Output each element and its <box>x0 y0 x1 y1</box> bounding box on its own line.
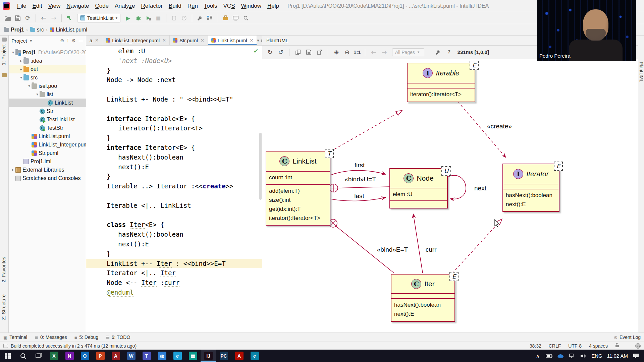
taskbar-app-access[interactable]: A <box>108 350 123 362</box>
toolwindow-0-messages[interactable]: ≡0: Messages <box>35 335 67 340</box>
taskbar-app-powerpoint[interactable]: P <box>93 350 108 362</box>
taskbar-app-teams[interactable]: T <box>139 350 154 362</box>
menu-tools[interactable]: Tools <box>201 1 220 11</box>
menu-run[interactable]: Run <box>184 1 201 11</box>
code-line[interactable]: next():E <box>107 162 258 172</box>
expanded-icon[interactable]: ▾ <box>27 84 32 88</box>
folder-icon[interactable] <box>2 73 7 77</box>
volume-icon[interactable] <box>580 354 587 358</box>
plantuml-tool-button[interactable]: PlantUML <box>639 62 644 82</box>
tab-a[interactable]: a✕ <box>86 36 102 45</box>
tree-item-linklist-integer-puml[interactable]: LinkList_Integer.puml <box>9 140 86 149</box>
code-line[interactable]: Node -> Node :next <box>107 75 258 85</box>
sync-icon[interactable]: ⟳ <box>23 14 32 22</box>
tree-item-isel-poo[interactable]: ▾isel.poo <box>9 82 86 90</box>
taskbar-app-pycharm[interactable]: PC <box>216 350 231 362</box>
collapse-all-icon[interactable]: ⤒ <box>67 38 69 44</box>
structure-tool-button[interactable]: Z: Structure <box>1 294 6 320</box>
refresh-icon[interactable]: ↻ <box>266 48 274 57</box>
code-line[interactable]: } <box>107 133 258 143</box>
uml-class-linklist[interactable]: CLinkListTcount :intadd(elem:T)size():in… <box>266 151 330 226</box>
open-icon[interactable] <box>3 14 12 22</box>
expanded-icon[interactable]: ▾ <box>11 50 15 55</box>
editor-scrollbar[interactable] <box>259 133 262 200</box>
toolwindow-terminal[interactable]: ▣Terminal <box>3 335 27 340</box>
menu-view[interactable]: View <box>45 1 64 11</box>
status-4-spaces[interactable]: 4 spaces <box>589 343 608 349</box>
tree-item-src[interactable]: ▾src <box>9 73 86 82</box>
battery-icon[interactable] <box>546 354 552 358</box>
tab-linklist-puml[interactable]: LinkList.puml✕ <box>208 36 257 45</box>
copy-diagram-icon[interactable] <box>293 48 302 57</box>
onedrive-cloud-icon[interactable] <box>557 354 564 358</box>
tree-item-str-puml[interactable]: Str.puml <box>9 149 86 157</box>
code-line[interactable]: LinkList +-- Iter : <<bind>>E=T <box>86 259 262 268</box>
debug-icon[interactable] <box>134 14 143 22</box>
tree-item-proj1-iml[interactable]: Proj1.iml <box>9 157 86 166</box>
taskbar-app-outlook[interactable]: O <box>77 350 93 362</box>
code-line[interactable] <box>107 210 258 220</box>
code-line[interactable]: } <box>107 249 258 259</box>
menu-navigate[interactable]: Navigate <box>63 1 92 11</box>
breadcrumb-item[interactable]: src <box>30 27 44 33</box>
wrench-icon[interactable] <box>196 14 204 22</box>
status-38-32[interactable]: 38:32 <box>530 343 541 349</box>
run-with-coverage-icon[interactable] <box>144 14 153 22</box>
code-line[interactable] <box>107 191 258 201</box>
network-icon[interactable] <box>569 354 575 358</box>
collapsed-icon[interactable]: ▸ <box>11 168 15 172</box>
taskbar-app-ie[interactable]: e <box>170 350 185 362</box>
code-line[interactable]: interface Iterator<E> { <box>107 143 258 153</box>
settings-wrench-icon[interactable] <box>434 48 443 57</box>
status-utf-8[interactable]: UTF-8 <box>568 343 582 349</box>
breadcrumb-item[interactable]: Proj1 <box>4 27 24 33</box>
code-line[interactable] <box>107 85 258 95</box>
forward-icon[interactable]: → <box>49 14 58 22</box>
expanded-icon[interactable]: ▾ <box>19 75 23 80</box>
menu-vcs[interactable]: VCS <box>220 1 238 11</box>
taskbar-app-intellij[interactable]: IJ <box>201 350 216 362</box>
tree-item-list[interactable]: ▾list <box>9 90 86 99</box>
zoom-reset-button[interactable]: 1:1 <box>354 49 361 55</box>
tool-window-icon[interactable] <box>2 38 7 42</box>
close-icon[interactable]: ✕ <box>95 38 99 43</box>
toolwindow-6-todo[interactable]: ☰6: TODO <box>106 335 130 340</box>
zoom-out-icon[interactable]: ⊖ <box>343 48 352 57</box>
taskbar-app-word[interactable]: W <box>123 350 139 362</box>
status-crlf[interactable]: CRLF <box>549 343 561 349</box>
taskbar-app-browser[interactable]: ◍ <box>154 350 170 362</box>
collapsed-icon[interactable]: ▸ <box>19 59 23 63</box>
taskbar-app-sheets[interactable]: ▦ <box>185 350 201 362</box>
hidden-icons-chevron[interactable]: ∧ <box>534 353 541 359</box>
search-button[interactable] <box>15 350 31 362</box>
tree-item-linklist-puml[interactable]: LinkList.puml <box>9 132 86 140</box>
uml-diagram-canvas[interactable]: IIterableEiterator():Iterator<T>CLinkLis… <box>262 59 638 333</box>
tree-item--idea[interactable]: ▸.idea <box>9 57 86 65</box>
close-icon[interactable]: ✕ <box>162 38 166 43</box>
breadcrumb-item[interactable]: LinkList.puml <box>50 27 87 33</box>
uml-class-iter[interactable]: CIterEhasNext():booleannext():E <box>391 274 455 322</box>
favorites-tool-button[interactable]: 2: Favorites <box>1 257 6 283</box>
reload-icon[interactable]: ↺ <box>276 48 285 57</box>
taskbar-app-onenote[interactable]: N <box>62 350 77 362</box>
code-line[interactable]: } <box>107 172 258 181</box>
code-editor[interactable]: elem :U 'next :Node<U>}Node -> Node :nex… <box>86 46 262 333</box>
code-line[interactable]: hasNext():boolean <box>107 230 258 239</box>
collapsed-icon[interactable]: ▸ <box>19 67 23 71</box>
gear-icon[interactable]: ⚙ <box>71 38 76 43</box>
code-line[interactable]: Iterable <|.. LinkList <box>107 201 258 210</box>
taskbar-app-excel[interactable]: X <box>46 350 62 362</box>
inspection-profile-icon[interactable] <box>635 343 641 349</box>
save-icon[interactable] <box>13 14 22 22</box>
toolbox-icon[interactable] <box>221 14 230 22</box>
expanded-icon[interactable]: ▾ <box>35 92 40 97</box>
code-line[interactable]: hasNext():boolean <box>107 153 258 162</box>
code-line[interactable]: Iterator <|.. Iter <box>107 268 258 278</box>
tree-item-linklist[interactable]: LinkList <box>9 99 86 107</box>
lock-icon[interactable] <box>615 343 619 349</box>
menu-analyze[interactable]: Analyze <box>112 1 138 11</box>
menu-edit[interactable]: Edit <box>29 1 45 11</box>
tree-item-proj1[interactable]: ▾Proj1D:\Aulas\POO\20-20\Code <box>9 48 86 57</box>
menu-help[interactable]: Help <box>264 1 282 11</box>
action-center-icon[interactable] <box>633 353 639 359</box>
